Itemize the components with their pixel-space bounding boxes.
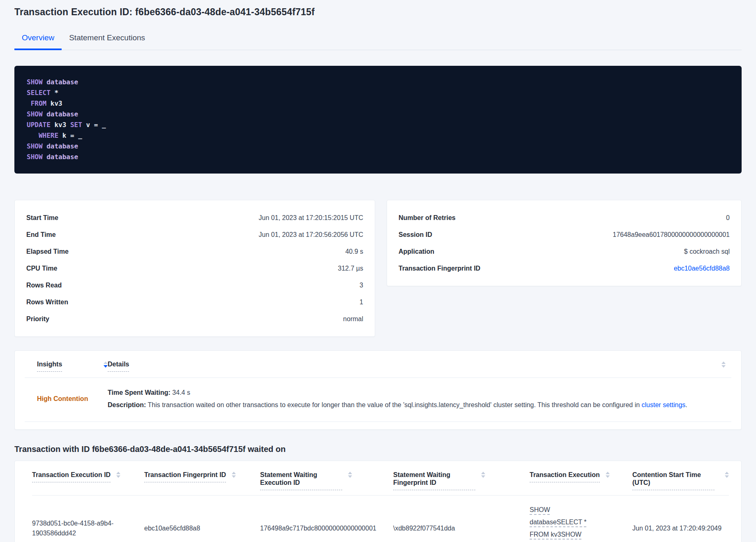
column-header-statement-waiting-fingerprint-id[interactable]: Statement Waiting Fingerprint ID [393,471,530,490]
sort-icon[interactable] [606,472,610,478]
summary-row-start-time: Start Time Jun 01, 2023 at 17:20:15:2015… [26,209,363,226]
high-contention-badge: High Contention [37,395,88,403]
sql-code-line: SHOW database [27,152,729,162]
column-header-contention-start-time[interactable]: Contention Start Time (UTC) [632,471,729,490]
transaction-execution-link[interactable]: SHOW databaseSELECT * FROM kv3SHOW datab… [530,504,603,542]
tab-bar: Overview Statement Executions [14,30,742,50]
insights-table-header: Insights Details [25,360,731,378]
summary-row-priority: Priority normal [26,310,363,327]
sql-code-line: SHOW database [27,141,729,152]
summary-row-rows-read: Rows Read 3 [26,277,363,294]
insight-description-line: Description: This transaction waited on … [108,401,726,409]
sort-icon-details[interactable] [721,361,726,368]
cell-transaction-fingerprint-id: ebc10ae56cfd88a8 [144,523,260,533]
summary-row-elapsed-time: Elapsed Time 40.9 s [26,243,363,260]
session-info-card: Number of Retries 0 Session ID 17648a9ee… [387,200,742,286]
column-header-insights[interactable]: Insights [37,361,108,372]
cell-statement-waiting-fingerprint-id: \xdb8922f077541dda [393,523,530,533]
sql-code-line: UPDATE kv3 SET v = _ [27,120,729,130]
cell-transaction-execution-id: 9738d051-bc0e-4158-a9b4-1903586ddd42 [32,519,144,538]
insights-table-card: Insights Details High Contention Time Sp… [14,350,742,430]
summary-row-cpu-time: CPU Time 312.7 µs [26,260,363,277]
sort-icon[interactable] [116,472,120,478]
waited-on-heading: Transaction with ID f6be6366-da03-48de-a… [14,445,742,454]
page-title: Transaction Execution ID: f6be6366-da03-… [14,7,742,18]
sql-code-line: WHERE k = _ [27,130,729,141]
cell-statement-waiting-execution-id: 176498a9c717bdc80000000000000001 [260,523,393,533]
column-header-transaction-fingerprint-id[interactable]: Transaction Fingerprint ID [144,471,260,490]
cell-transaction-execution: SHOW databaseSELECT * FROM kv3SHOW datab… [530,504,632,542]
sort-icon-insights[interactable] [104,361,108,368]
summary-row-rows-written: Rows Written 1 [26,294,363,310]
execution-times-card: Start Time Jun 01, 2023 at 17:20:15:2015… [14,200,375,337]
summary-row-application: Application $ cockroach sql [399,243,730,260]
sort-icon[interactable] [481,472,485,478]
sort-icon[interactable] [348,472,352,478]
summary-row-transaction-fingerprint-id: Transaction Fingerprint ID ebc10ae56cfd8… [399,260,730,277]
cell-contention-start-time: Jun 01, 2023 at 17:20:49:2049 [632,523,729,533]
sql-code-line: SHOW database [27,77,729,88]
sort-icon[interactable] [232,472,236,478]
transaction-sql-statements: SHOW databaseSELECT * FROM kv3SHOW datab… [14,66,742,174]
summary-row-number-of-retries: Number of Retries 0 [399,209,730,226]
sql-code-line: FROM kv3 [27,98,729,109]
tab-overview[interactable]: Overview [14,30,62,50]
summary-row-session-id: Session ID 17648a9eea6017800000000000000… [399,226,730,243]
sql-code-line: SHOW database [27,109,729,120]
summary-cards: Start Time Jun 01, 2023 at 17:20:15:2015… [14,200,742,337]
waited-on-table-row: 9738d051-bc0e-4158-a9b4-1903586ddd42 ebc… [32,496,729,542]
column-header-transaction-execution[interactable]: Transaction Execution [530,471,632,490]
transaction-fingerprint-id-link[interactable]: ebc10ae56cfd88a8 [674,264,730,273]
cluster-settings-link[interactable]: cluster settings [642,401,686,408]
column-header-statement-waiting-execution-id[interactable]: Statement Waiting Execution ID [260,471,393,490]
waited-on-table-header: Transaction Execution ID Transaction Fin… [32,471,729,496]
summary-row-end-time: End Time Jun 01, 2023 at 17:20:56:2056 U… [26,226,363,243]
insight-row-high-contention: High Contention Time Spent Waiting: 34.4… [25,378,731,422]
column-header-details[interactable]: Details [108,361,129,372]
transaction-details-page: Transaction Execution ID: f6be6366-da03-… [0,0,756,542]
time-spent-waiting-line: Time Spent Waiting: 34.4 s [108,389,726,397]
column-header-transaction-execution-id[interactable]: Transaction Execution ID [32,471,144,490]
sort-icon[interactable] [725,472,729,478]
sql-code-line: SELECT * [27,88,729,98]
tab-statement-executions[interactable]: Statement Executions [62,30,152,50]
waited-on-table-card: Transaction Execution ID Transaction Fin… [14,461,742,542]
